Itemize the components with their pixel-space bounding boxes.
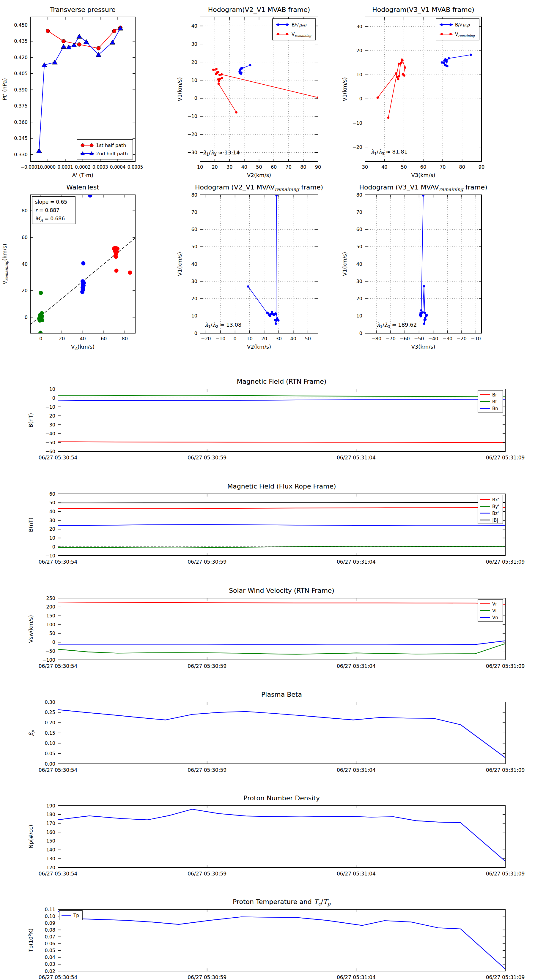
chart-hodogram-v3-v1-mvav: −80−70−60−50−40−30−20−100102030405060708… bbox=[342, 183, 487, 350]
legend-label: B/√μ₀ρ bbox=[292, 22, 307, 28]
y-tick-label: 0 bbox=[25, 315, 28, 320]
grid bbox=[200, 195, 318, 333]
series-group bbox=[212, 64, 319, 114]
annotation: λ1/λ3 ≈ 81.81 bbox=[371, 148, 408, 156]
chart-proton-number-density: 06/27 05:30:5406/27 05:30:5906/27 05:31:… bbox=[28, 794, 525, 877]
x-axis-label: V3(km/s) bbox=[411, 172, 435, 178]
x-tick-label: −0.0001 bbox=[21, 164, 40, 170]
y-tick-label: 20 bbox=[356, 296, 362, 301]
marker-circle bbox=[46, 29, 50, 33]
x-tick-label: 06/27 05:30:59 bbox=[188, 455, 227, 461]
x-tick-label: 0.0001 bbox=[57, 164, 73, 170]
x-tick-label: 60 bbox=[420, 164, 426, 170]
marker-plain bbox=[88, 193, 92, 197]
x-tick-label: 06/27 05:31:09 bbox=[486, 455, 525, 461]
legend-label: Bx' bbox=[492, 497, 499, 503]
x-tick-label: 30 bbox=[227, 164, 232, 170]
x-tick-label: 06/27 05:31:09 bbox=[486, 663, 525, 669]
marker-dot bbox=[423, 285, 425, 288]
marker-dot bbox=[215, 68, 217, 70]
x-tick-label: 06/27 05:30:54 bbox=[38, 559, 78, 565]
y-tick-label: 70 bbox=[356, 209, 362, 215]
y-tick-label: −10 bbox=[45, 553, 55, 558]
y-tick-label: 10 bbox=[192, 78, 197, 83]
x-tick-label: 80 bbox=[459, 164, 465, 170]
marker-triangle bbox=[52, 60, 57, 64]
y-axis-label: V1(km/s) bbox=[177, 77, 183, 101]
series-b-magnitude bbox=[58, 503, 505, 503]
marker-dot bbox=[387, 117, 390, 119]
y-tick-label: 50 bbox=[192, 244, 197, 250]
series-group bbox=[58, 710, 505, 758]
y-tick-label: 0.375 bbox=[14, 103, 28, 109]
y-tick-label: 0.06 bbox=[45, 941, 55, 947]
y-tick-label: 0.10 bbox=[45, 913, 55, 919]
series-2nd-half-path bbox=[39, 28, 120, 151]
marker-plain bbox=[81, 279, 85, 283]
y-tick-label: 0.00 bbox=[45, 761, 55, 767]
x-tick-label: 70 bbox=[286, 164, 292, 170]
x-tick-label: −10 bbox=[216, 336, 225, 342]
series-bn bbox=[58, 400, 505, 401]
info-line: slope = 0.65 bbox=[35, 199, 67, 205]
x-tick-label: −40 bbox=[428, 336, 438, 342]
x-tick-label: −50 bbox=[414, 336, 424, 342]
legend-label: Bn bbox=[492, 406, 498, 411]
marker-dot bbox=[398, 63, 400, 65]
marker-dot bbox=[398, 75, 400, 78]
chart-title: Proton Temperature and Te/Tp bbox=[233, 898, 331, 907]
marker-dot bbox=[219, 74, 221, 76]
legend: BrBtBn bbox=[478, 390, 503, 412]
chart-proton-temperature: 06/27 05:30:5406/27 05:30:5906/27 05:31:… bbox=[27, 898, 525, 980]
y-tick-label: 170 bbox=[46, 821, 55, 826]
x-tick-label: 0.0000 bbox=[40, 164, 56, 170]
y-tick-label: 0.11 bbox=[45, 907, 55, 912]
y-tick-label: 0 bbox=[194, 95, 197, 101]
marker-dot bbox=[216, 72, 218, 74]
x-tick-label: 10 bbox=[197, 164, 203, 170]
marker-dot bbox=[275, 323, 277, 325]
x-tick-label: 20 bbox=[261, 336, 267, 342]
y-tick-label: −30 bbox=[45, 422, 55, 428]
series-vr bbox=[58, 602, 505, 605]
y-tick-label: 60 bbox=[192, 227, 197, 232]
x-tick-label: 90 bbox=[479, 164, 484, 170]
marker-circle bbox=[77, 43, 81, 46]
marker-dot bbox=[470, 54, 472, 56]
x-axis-label: A' (T·m) bbox=[72, 172, 93, 178]
y-axis-label: V1(km/s) bbox=[342, 252, 348, 276]
chart-walen-test: 020406080020406080WalenTestVA(km/s)Vrema… bbox=[2, 183, 135, 351]
marker-triangle bbox=[77, 34, 82, 38]
info-line: r = 0.887 bbox=[35, 207, 59, 213]
chart-hodogram-v2-v1-mvab: 102030405060708090−30−20−10010203040Hodo… bbox=[177, 6, 321, 178]
marker-dot bbox=[221, 77, 223, 80]
y-tick-label: −20 bbox=[187, 132, 197, 137]
legend-label: |B| bbox=[492, 518, 498, 523]
legend: B/√μ₀ρVremaining bbox=[273, 19, 316, 40]
figure-svg: −0.00010.00000.00010.00020.00030.00040.0… bbox=[0, 0, 535, 980]
x-tick-label: 06/27 05:31:09 bbox=[486, 871, 525, 877]
y-tick-label: −30 bbox=[187, 150, 197, 155]
x-tick-label: 06/27 05:30:54 bbox=[38, 767, 78, 773]
series-group bbox=[37, 26, 123, 153]
x-tick-label: 40 bbox=[241, 164, 247, 170]
marker-circle bbox=[112, 29, 116, 33]
y-tick-label: 20 bbox=[192, 296, 197, 301]
marker-dot bbox=[448, 57, 450, 60]
y-tick-label: 40 bbox=[22, 261, 28, 267]
x-tick-label: 06/27 05:30:59 bbox=[188, 767, 227, 773]
legend-label: By' bbox=[492, 504, 499, 509]
y-tick-label: 0.450 bbox=[14, 22, 28, 28]
x-tick-label: −30 bbox=[442, 336, 452, 342]
chart-title: Solar Wind Velocity (RTN Frame) bbox=[229, 587, 334, 594]
marker-dot bbox=[400, 62, 403, 64]
y-tick-label: 10 bbox=[192, 313, 197, 319]
series-group bbox=[377, 54, 472, 119]
series-group bbox=[58, 912, 505, 969]
y-tick-label: 30 bbox=[192, 278, 197, 284]
marker-dot bbox=[276, 317, 278, 320]
legend-label: Tp bbox=[73, 913, 79, 918]
y-tick-label: 200 bbox=[46, 604, 55, 610]
series-np bbox=[58, 809, 505, 861]
y-axis-label: V1(km/s) bbox=[177, 252, 183, 276]
